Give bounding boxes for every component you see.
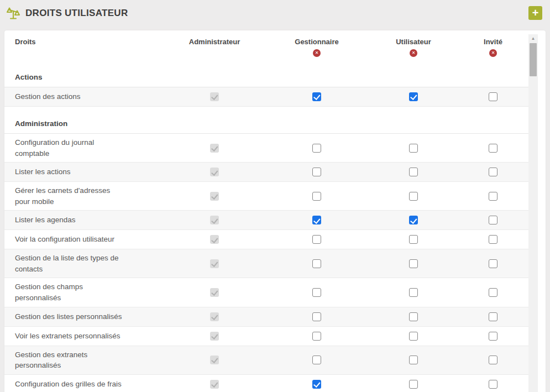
- right-label: Configuration du journal comptable: [4, 134, 165, 163]
- checkbox-gestionnaire[interactable]: [312, 92, 321, 101]
- right-label: Voir la configuration utilisateur: [4, 230, 165, 249]
- checkbox-utilisateur[interactable]: [409, 192, 418, 201]
- checkbox-cell-gestionnaire: [264, 230, 369, 249]
- column-header-gestionnaire: Gestionnaire✕: [264, 30, 369, 60]
- checkbox-utilisateur[interactable]: [409, 259, 418, 268]
- checkbox-utilisateur[interactable]: [409, 144, 418, 153]
- checkbox-invite[interactable]: [489, 216, 497, 224]
- right-label: Configuration des grilles de frais: [4, 374, 165, 392]
- checkbox-invite[interactable]: [489, 192, 497, 201]
- scroll-up-arrow[interactable]: ▲: [528, 34, 538, 43]
- plus-icon: +: [532, 7, 539, 18]
- checkbox-gestionnaire[interactable]: [312, 380, 321, 389]
- checkbox-invite[interactable]: [489, 144, 497, 153]
- checkbox-gestionnaire[interactable]: [312, 192, 321, 201]
- checkbox-utilisateur[interactable]: [409, 216, 418, 224]
- checkbox-gestionnaire[interactable]: [312, 168, 321, 176]
- scrollbar-track[interactable]: ▲: [528, 34, 538, 392]
- checkbox-cell-utilisateur: [369, 374, 458, 392]
- checkbox-invite[interactable]: [489, 288, 497, 297]
- checkbox-cell-gestionnaire: [264, 182, 369, 211]
- checkbox-gestionnaire[interactable]: [312, 259, 321, 268]
- checkbox-cell-invite: [458, 87, 528, 107]
- checkbox-cell-administrateur: [165, 249, 264, 278]
- right-label: Lister les agendas: [4, 211, 165, 230]
- checkbox-cell-invite: [458, 374, 528, 392]
- checkbox-cell-gestionnaire: [264, 307, 369, 326]
- table-row: Lister les agendas: [4, 211, 528, 230]
- checkbox-cell-invite: [458, 346, 528, 374]
- table-row: Gérer les carnets d'adresses pour mobile: [4, 182, 528, 211]
- checkbox-invite[interactable]: [489, 168, 497, 176]
- checkbox-invite[interactable]: [489, 380, 497, 389]
- table-row: Configuration des grilles de frais: [4, 374, 528, 392]
- table-wrap: DroitsAdministrateurGestionnaire✕Utilisa…: [4, 30, 528, 392]
- checkbox-cell-administrateur: [165, 182, 264, 211]
- checkbox-invite[interactable]: [489, 356, 497, 364]
- balance-scale-icon: [6, 6, 21, 20]
- checkbox-gestionnaire[interactable]: [312, 312, 321, 321]
- checkbox-cell-utilisateur: [369, 307, 458, 326]
- checkbox-cell-utilisateur: [369, 134, 458, 163]
- checkbox-gestionnaire[interactable]: [312, 144, 321, 153]
- checkbox-cell-administrateur: [165, 374, 264, 392]
- checkbox-cell-invite: [458, 134, 528, 163]
- checkbox-gestionnaire[interactable]: [312, 332, 321, 341]
- checkbox-invite[interactable]: [489, 332, 497, 341]
- checkbox-invite[interactable]: [489, 259, 497, 268]
- remove-column-icon[interactable]: ✕: [489, 49, 497, 57]
- checkbox-cell-administrateur: [165, 307, 264, 326]
- checkbox-cell-administrateur: [165, 211, 264, 230]
- right-label: Gestion des actions: [4, 87, 165, 107]
- checkbox-utilisateur[interactable]: [409, 288, 418, 297]
- checkbox-cell-administrateur: [165, 163, 264, 182]
- checkbox-utilisateur[interactable]: [409, 235, 418, 244]
- right-label: Gérer les carnets d'adresses pour mobile: [4, 182, 165, 211]
- checkbox-cell-gestionnaire: [264, 134, 369, 163]
- checkbox-cell-gestionnaire: [264, 374, 369, 392]
- remove-column-icon[interactable]: ✕: [410, 49, 417, 57]
- column-header-utilisateur: Utilisateur✕: [369, 30, 458, 60]
- checkbox-utilisateur[interactable]: [409, 168, 418, 176]
- checkbox-administrateur: [210, 312, 219, 321]
- checkbox-administrateur: [210, 259, 219, 268]
- rights-table: DroitsAdministrateurGestionnaire✕Utilisa…: [4, 30, 528, 392]
- checkbox-cell-administrateur: [165, 134, 264, 163]
- checkbox-cell-invite: [458, 326, 528, 346]
- section-header: Administration: [4, 107, 528, 134]
- checkbox-administrateur: [210, 332, 219, 341]
- table-row: Voir la configuration utilisateur: [4, 230, 528, 249]
- checkbox-cell-utilisateur: [369, 230, 458, 249]
- table-row: Gestion des champs personnalisés: [4, 278, 528, 307]
- checkbox-cell-gestionnaire: [264, 326, 369, 346]
- rights-panel: DroitsAdministrateurGestionnaire✕Utilisa…: [4, 30, 546, 392]
- right-label: Lister les actions: [4, 163, 165, 182]
- checkbox-administrateur: [210, 288, 219, 297]
- checkbox-invite[interactable]: [489, 312, 497, 321]
- checkbox-utilisateur[interactable]: [409, 356, 418, 364]
- checkbox-cell-invite: [458, 307, 528, 326]
- add-button[interactable]: +: [528, 6, 542, 20]
- checkbox-cell-utilisateur: [369, 346, 458, 374]
- column-label: Gestionnaire: [264, 38, 369, 46]
- checkbox-gestionnaire[interactable]: [312, 356, 321, 364]
- checkbox-administrateur: [210, 356, 219, 364]
- checkbox-cell-invite: [458, 230, 528, 249]
- checkbox-utilisateur[interactable]: [409, 380, 418, 389]
- checkbox-gestionnaire[interactable]: [312, 235, 321, 244]
- checkbox-cell-invite: [458, 163, 528, 182]
- remove-column-icon[interactable]: ✕: [313, 49, 321, 57]
- checkbox-utilisateur[interactable]: [409, 92, 418, 101]
- checkbox-cell-utilisateur: [369, 87, 458, 107]
- table-row: Configuration du journal comptable: [4, 134, 528, 163]
- checkbox-cell-utilisateur: [369, 163, 458, 182]
- checkbox-invite[interactable]: [489, 235, 497, 244]
- section-row-administration: Administration: [4, 107, 528, 134]
- scrollbar-thumb[interactable]: [530, 43, 537, 76]
- checkbox-gestionnaire[interactable]: [312, 216, 321, 224]
- checkbox-cell-utilisateur: [369, 182, 458, 211]
- checkbox-gestionnaire[interactable]: [312, 288, 321, 297]
- checkbox-invite[interactable]: [489, 92, 497, 101]
- checkbox-utilisateur[interactable]: [409, 312, 418, 321]
- checkbox-utilisateur[interactable]: [409, 332, 418, 341]
